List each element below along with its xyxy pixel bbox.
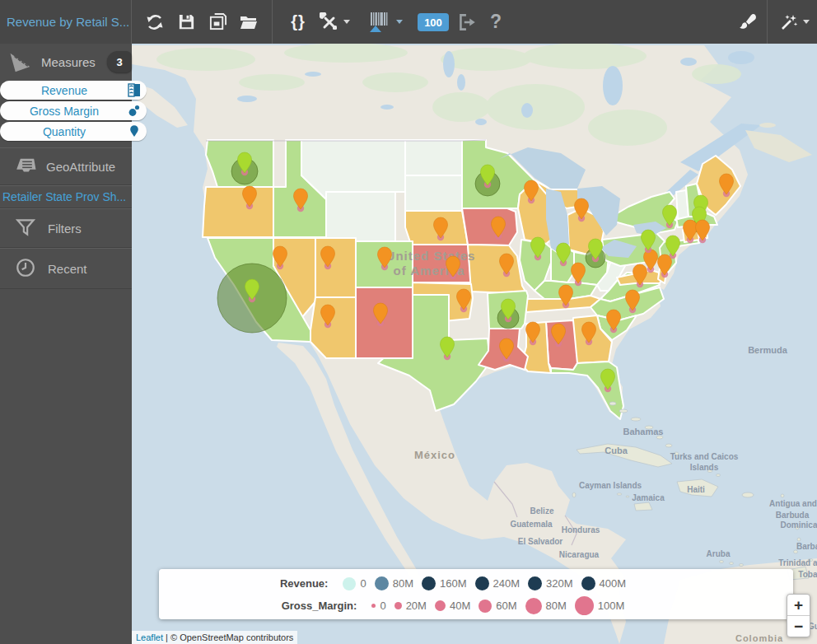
legend-item: 40M — [435, 600, 470, 612]
map-place-label: Dominica — [780, 520, 817, 530]
legend-item: 0 — [371, 600, 385, 612]
open-button[interactable] — [233, 0, 264, 44]
map-place-label: Cuba — [605, 446, 628, 455]
map-place-label: México — [414, 449, 455, 461]
state-ND[interactable] — [405, 140, 462, 175]
map-attribution: Leaflet | © OpenStreetMap contributors — [132, 631, 297, 644]
measure-item-quantity[interactable]: Quantity — [0, 122, 147, 141]
map-place-label: Guatemala — [510, 520, 553, 529]
map-place-label: Honduras — [562, 525, 600, 534]
legend-revenue-items: 080M160M240M320M400M — [334, 576, 626, 590]
legend-value: 240M — [493, 577, 521, 590]
tools-icon — [320, 12, 339, 32]
expression-button[interactable]: {} — [282, 0, 314, 44]
map-canvas[interactable]: United Statesof AmericaMéxicoBermudaBaha… — [132, 44, 817, 644]
legend-swatch — [525, 598, 542, 614]
state-NM[interactable] — [356, 287, 413, 358]
magic-wand-icon — [779, 12, 799, 32]
map-place-label: Nicaragua — [559, 550, 600, 559]
measure-item-gross-margin[interactable]: Gross Margin — [0, 101, 147, 120]
legend-value: 80M — [546, 600, 567, 612]
tools-menu-button[interactable] — [315, 0, 353, 44]
toolbar-separator — [767, 0, 768, 44]
map-place-label: Antigua and — [769, 499, 817, 508]
legend-gross-margin-items: 020M40M60M80M100M — [363, 596, 624, 615]
map-place-label: Barbados — [796, 542, 817, 551]
braces-icon: {} — [291, 12, 306, 31]
refresh-button[interactable] — [139, 0, 170, 44]
leaflet-link[interactable]: Leaflet — [136, 632, 163, 642]
marker-style-button[interactable] — [360, 0, 409, 44]
state-OR[interactable] — [203, 187, 273, 237]
legend-value: 0 — [360, 577, 366, 590]
legend-swatch — [375, 576, 389, 590]
max-markers-badge[interactable]: 100 — [418, 13, 449, 31]
document-title: Revenue by Retail S... — [0, 0, 132, 44]
geoattribute-selected[interactable]: Retailer State Prov Sh... — [0, 185, 132, 208]
sidebar-item-recent[interactable]: Recent — [0, 248, 132, 289]
toolbar-separator — [272, 0, 273, 44]
legend-item: 240M — [475, 576, 521, 590]
attribution-separator: | — [163, 632, 170, 642]
legend-swatch — [581, 576, 595, 590]
legend-swatch — [422, 576, 436, 590]
map-legend: Revenue: 080M160M240M320M400M Gross_Marg… — [159, 569, 793, 619]
map-place-label: El Salvador — [518, 537, 563, 546]
magic-menu-button[interactable] — [773, 0, 815, 44]
state-IA[interactable] — [462, 205, 517, 245]
legend-swatch — [343, 577, 356, 590]
measure-label: Quantity — [43, 125, 86, 138]
map-place-label: Tobago — [798, 570, 817, 579]
measures-header[interactable]: Measures 3 — [0, 44, 132, 81]
pei-island — [759, 123, 776, 128]
legend-item: 160M — [422, 576, 467, 590]
legend-swatch — [575, 596, 594, 615]
legend-value: 20M — [406, 600, 427, 612]
save-button[interactable] — [170, 0, 202, 44]
magic-caret-icon — [803, 20, 810, 24]
legend-item: 20M — [394, 600, 427, 612]
style-brush-button[interactable] — [731, 0, 763, 44]
export-icon — [456, 12, 478, 33]
legend-item: 100M — [575, 596, 625, 615]
measure-label: Gross Margin — [30, 105, 99, 118]
clock-icon — [15, 257, 36, 281]
tools-caret-icon — [343, 20, 350, 24]
state-UT[interactable] — [315, 238, 356, 297]
application-window: Revenue by Retail S... — [0, 0, 817, 644]
geoattribute-icon — [15, 154, 40, 180]
state-SD[interactable] — [405, 175, 462, 211]
cozumel — [572, 492, 576, 497]
map-place-label: Bermuda — [748, 345, 788, 355]
measures-count-badge: 3 — [107, 51, 132, 72]
save-as-icon — [208, 12, 227, 31]
puerto-rico — [742, 492, 754, 497]
map-zoom-control: + − — [787, 594, 810, 637]
sidebar: Measures 3 Revenue Gross Margin — [0, 44, 132, 644]
export-button[interactable] — [451, 0, 483, 44]
zoom-in-button[interactable]: + — [787, 595, 810, 616]
zoom-out-button[interactable]: − — [787, 616, 810, 637]
save-as-button[interactable] — [202, 0, 233, 44]
map-place-label: Colombia — [735, 633, 783, 643]
state-WY[interactable] — [326, 192, 395, 241]
legend-item: 400M — [581, 576, 627, 590]
paintbrush-icon — [736, 12, 758, 33]
state-MT[interactable] — [301, 140, 405, 199]
map-place-label: Cayman Islands — [579, 481, 642, 490]
legend-value: 0 — [380, 600, 385, 612]
legend-value: 60M — [496, 600, 516, 612]
filters-label: Filters — [48, 222, 82, 236]
jamaica — [634, 502, 652, 511]
state-AZ[interactable] — [310, 297, 356, 358]
sidebar-item-filters[interactable]: Filters — [0, 208, 132, 248]
help-button[interactable]: ? — [483, 0, 509, 44]
map-place-label: Aruba — [707, 549, 731, 558]
save-icon — [177, 12, 196, 31]
refresh-icon — [145, 12, 165, 32]
map-place-label: Barbuda — [776, 511, 810, 520]
legend-value: 320M — [546, 577, 573, 590]
geoattribute-header[interactable]: GeoAttribute — [0, 147, 132, 185]
help-icon: ? — [490, 11, 502, 33]
measure-item-revenue[interactable]: Revenue — [0, 81, 147, 100]
